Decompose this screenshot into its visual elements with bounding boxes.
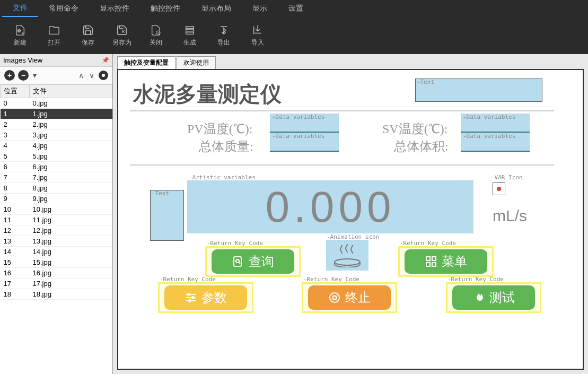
cell-file: 13.jpg xyxy=(30,236,112,247)
menu-label: 菜单 xyxy=(442,253,467,270)
test-button[interactable]: 测试 xyxy=(452,285,535,310)
design-canvas[interactable]: 水泥多量测定仪 -Text PV温度(℃): SV温度(℃): 总体质量: 总体… xyxy=(117,69,584,370)
sv-temp-label: SV温度(℃): xyxy=(382,120,447,137)
table-row[interactable]: 1616.jpg xyxy=(1,268,112,279)
table-row[interactable]: 99.jpg xyxy=(1,194,112,204)
cell-file: 11.jpg xyxy=(30,215,112,225)
heating-icon xyxy=(332,243,362,267)
move-down-button[interactable]: ∨ xyxy=(88,71,95,80)
table-row[interactable]: 33.jpg xyxy=(1,130,112,141)
move-up-button[interactable]: ∧ xyxy=(77,71,85,80)
remove-image-button[interactable]: − xyxy=(18,70,29,81)
build-icon xyxy=(184,24,196,36)
add-image-button[interactable]: + xyxy=(4,70,15,81)
cell-pos: 17 xyxy=(1,279,30,289)
menu-item-common[interactable]: 常用命令 xyxy=(38,1,89,16)
panel-header: Images View 📌 xyxy=(0,54,112,67)
text-control-left[interactable] xyxy=(150,190,184,241)
cell-pos: 15 xyxy=(1,257,30,268)
menu-item-display[interactable]: 显示 xyxy=(242,1,278,16)
params-button[interactable]: 参数 xyxy=(164,285,247,310)
saveas-button[interactable]: 另存为 xyxy=(106,20,138,51)
cell-pos: 10 xyxy=(1,204,30,215)
table-row[interactable]: 1515.jpg xyxy=(1,257,112,268)
cell-pos: 3 xyxy=(1,130,30,141)
menu-item-display-controls[interactable]: 显示控件 xyxy=(89,1,140,16)
menu-button[interactable]: 菜单 xyxy=(405,249,487,274)
unit-label: mL/s xyxy=(493,207,527,225)
close-button[interactable]: 关闭 xyxy=(140,20,172,51)
file-table[interactable]: 位置 文件 00.jpg11.jpg22.jpg33.jpg44.jpg55.j… xyxy=(0,84,112,374)
annotation-text-left: -Text xyxy=(152,190,169,197)
pv-temp-label: PV温度(℃): xyxy=(187,120,252,137)
annotation-volume-data: -Data variables xyxy=(463,133,515,140)
table-row[interactable]: 1414.jpg xyxy=(1,247,112,257)
svg-point-1 xyxy=(335,259,360,265)
table-row[interactable]: 00.jpg xyxy=(1,98,112,109)
save-label: 保存 xyxy=(82,38,94,47)
export-label: 导出 xyxy=(217,38,230,47)
table-row[interactable]: 1212.jpg xyxy=(1,225,112,236)
col-header-file[interactable]: 文件 xyxy=(30,85,112,98)
query-button[interactable]: 查询 xyxy=(212,249,294,274)
cell-file: 16.jpg xyxy=(30,268,112,279)
cell-pos: 16 xyxy=(1,268,30,279)
cell-pos: 12 xyxy=(1,225,30,236)
cell-pos: 0 xyxy=(1,98,30,109)
preview-toggle-button[interactable] xyxy=(99,71,108,80)
cell-file: 3.jpg xyxy=(30,130,112,141)
cell-pos: 13 xyxy=(1,236,30,247)
menu-item-touch-controls[interactable]: 触控控件 xyxy=(140,1,191,16)
tab-touch-config[interactable]: 触控及变量配置 xyxy=(117,56,175,69)
export-icon xyxy=(218,24,230,36)
cell-file: 5.jpg xyxy=(30,151,112,162)
stop-button[interactable]: 终止 xyxy=(308,285,391,310)
cell-pos: 4 xyxy=(1,141,30,151)
table-row[interactable]: 44.jpg xyxy=(1,141,112,151)
col-header-pos[interactable]: 位置 xyxy=(1,85,30,98)
table-row[interactable]: 1818.jpg xyxy=(1,289,112,300)
table-row[interactable]: 1010.jpg xyxy=(1,204,112,215)
open-button[interactable]: 打开 xyxy=(38,20,70,51)
table-row[interactable]: 88.jpg xyxy=(1,183,112,194)
cell-file: 8.jpg xyxy=(30,183,112,194)
table-row[interactable]: 55.jpg xyxy=(1,151,112,162)
table-row[interactable]: 77.jpg xyxy=(1,172,112,183)
saveas-label: 另存为 xyxy=(112,38,131,47)
annotation-sv-data: -Data variables xyxy=(463,114,515,120)
dropdown-arrow-icon[interactable]: ▾ xyxy=(32,71,38,80)
grid-menu-icon xyxy=(425,255,437,268)
cell-file: 10.jpg xyxy=(30,204,112,215)
cell-pos: 6 xyxy=(1,162,30,172)
close-file-icon xyxy=(150,24,162,36)
animation-icon-control[interactable] xyxy=(326,240,368,271)
save-button[interactable]: 保存 xyxy=(72,20,104,51)
tab-welcome[interactable]: 欢迎使用 xyxy=(177,56,216,69)
table-row[interactable]: 22.jpg xyxy=(1,119,112,130)
menu-bar: 文件 常用命令 显示控件 触控控件 显示布局 显示 设置 xyxy=(0,0,588,17)
svg-rect-2 xyxy=(234,257,241,266)
build-button[interactable]: 生成 xyxy=(174,20,206,51)
table-row[interactable]: 11.jpg xyxy=(1,109,112,119)
export-button[interactable]: 导出 xyxy=(208,20,240,51)
cell-file: 12.jpg xyxy=(30,225,112,236)
menu-item-file[interactable]: 文件 xyxy=(2,0,38,17)
folder-open-icon xyxy=(48,24,60,36)
menu-item-settings[interactable]: 设置 xyxy=(278,1,314,16)
table-row[interactable]: 66.jpg xyxy=(1,162,112,172)
close-label: 关闭 xyxy=(150,38,162,47)
pin-icon[interactable]: 📌 xyxy=(102,57,109,64)
save-icon xyxy=(82,24,94,36)
artistic-variable-display[interactable]: 0.000 xyxy=(187,180,473,233)
table-row[interactable]: 1111.jpg xyxy=(1,215,112,225)
menu-item-display-layout[interactable]: 显示布局 xyxy=(191,1,242,16)
import-button[interactable]: 导入 xyxy=(242,20,274,51)
save-as-icon xyxy=(116,24,128,36)
editor-tabs: 触控及变量配置 欢迎使用 xyxy=(113,54,588,69)
new-button[interactable]: 新建 xyxy=(4,20,36,51)
table-row[interactable]: 1313.jpg xyxy=(1,236,112,247)
open-label: 打开 xyxy=(48,38,60,47)
table-row[interactable]: 1717.jpg xyxy=(1,279,112,289)
var-icon-control[interactable] xyxy=(493,182,505,195)
svg-rect-4 xyxy=(426,257,430,260)
